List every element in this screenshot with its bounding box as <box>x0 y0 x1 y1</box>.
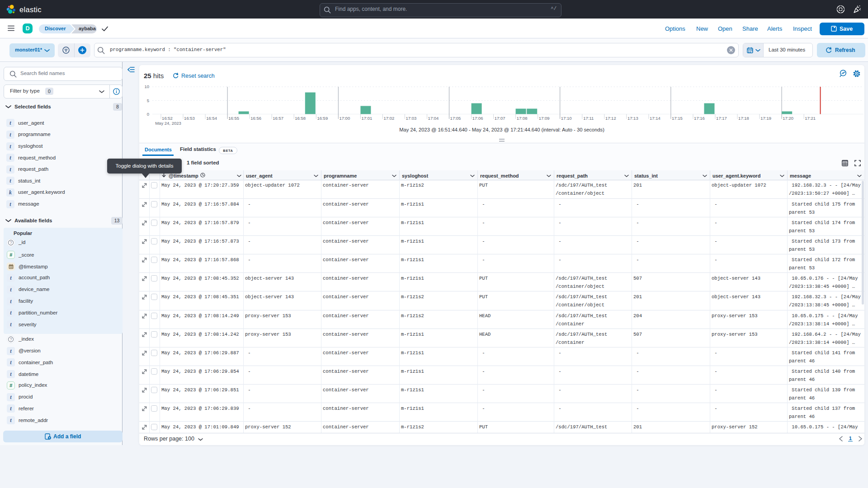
svg-text:17:01: 17:01 <box>362 116 373 121</box>
svg-text:17:00: 17:00 <box>339 116 350 121</box>
svg-text:16:59: 16:59 <box>317 116 328 121</box>
svg-text:17:12: 17:12 <box>605 116 616 121</box>
svg-text:17:15: 17:15 <box>672 116 683 121</box>
svg-text:16:56: 16:56 <box>250 116 261 121</box>
svg-text:17:09: 17:09 <box>539 116 550 121</box>
svg-text:17:16: 17:16 <box>694 116 705 121</box>
svg-text:17:05: 17:05 <box>450 116 461 121</box>
svg-text:17:14: 17:14 <box>650 116 660 121</box>
svg-text:17:04: 17:04 <box>428 116 439 121</box>
svg-text:?: ? <box>10 337 12 342</box>
svg-text:17:07: 17:07 <box>495 116 505 121</box>
svg-text:17:21: 17:21 <box>805 116 816 121</box>
svg-text:16:53: 16:53 <box>184 116 195 121</box>
svg-text:16:57: 16:57 <box>273 116 283 121</box>
svg-text:16:52: 16:52 <box>162 116 173 121</box>
svg-text:17:18: 17:18 <box>738 116 749 121</box>
svg-text:17:19: 17:19 <box>760 116 771 121</box>
svg-text:17:17: 17:17 <box>716 116 727 121</box>
svg-text:5: 5 <box>147 98 149 103</box>
svg-text:16:55: 16:55 <box>228 116 239 121</box>
svg-text:?: ? <box>10 240 12 245</box>
svg-text:17:08: 17:08 <box>517 116 528 121</box>
svg-text:17:10: 17:10 <box>561 116 572 121</box>
svg-text:16:58: 16:58 <box>295 116 306 121</box>
svg-text:17:13: 17:13 <box>627 116 638 121</box>
svg-text:17:06: 17:06 <box>472 116 483 121</box>
svg-text:17:11: 17:11 <box>583 116 594 121</box>
svg-text:17:20: 17:20 <box>783 116 793 121</box>
svg-text:17:03: 17:03 <box>406 116 417 121</box>
svg-text:10: 10 <box>144 84 149 89</box>
svg-text:May 24, 2023: May 24, 2023 <box>155 121 181 126</box>
svg-text:17:02: 17:02 <box>384 116 395 121</box>
svg-text:16:54: 16:54 <box>206 116 217 121</box>
svg-text:0: 0 <box>147 112 149 117</box>
